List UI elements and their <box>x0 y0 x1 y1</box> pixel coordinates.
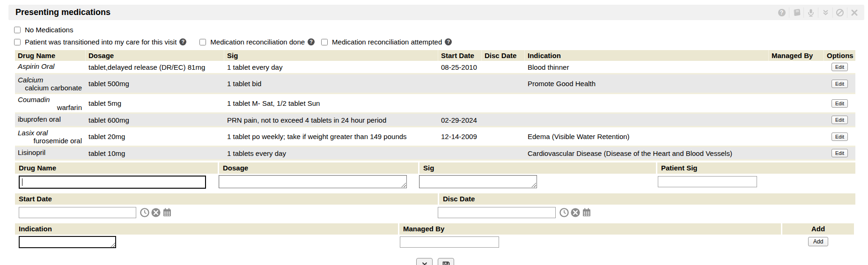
sig-form-label: Sig <box>419 162 656 174</box>
drug-name-input[interactable] <box>19 176 206 189</box>
table-row: Coumadin warfarin tablet 5mg 1 tablet M-… <box>15 94 855 114</box>
help-icon[interactable]: ? <box>179 38 186 45</box>
collapse-button[interactable] <box>416 258 433 265</box>
start-date-form-label: Start Date <box>15 193 438 205</box>
presenting-medications-panel: Presenting medications ? <box>0 5 868 265</box>
reconciliation-attempted-label: Medication reconciliation attempted <box>332 38 442 46</box>
floppy-disk-icon <box>442 261 450 265</box>
sig-input[interactable] <box>419 175 537 188</box>
no-medications-checkbox[interactable] <box>14 27 21 33</box>
column-header-sig: Sig <box>224 50 438 61</box>
save-button[interactable] <box>438 258 454 265</box>
disc-date-cell <box>482 74 525 93</box>
dosage-form-label: Dosage <box>219 162 418 174</box>
start-date-cell <box>438 74 482 93</box>
table-row: Calcium calcium carbonate tablet 500mg 1… <box>15 74 855 94</box>
indication-cell: Blood thinner <box>525 61 769 73</box>
disc-date-cell <box>482 127 525 146</box>
clock-icon[interactable] <box>140 207 150 218</box>
disc-date-cell <box>482 114 525 126</box>
panel-toolbar: ? <box>774 5 861 20</box>
disc-date-cell <box>482 147 525 159</box>
medications-table: Drug Name Dosage Sig Start Date Disc Dat… <box>15 50 855 161</box>
collapse-icon[interactable] <box>818 7 832 18</box>
column-header-disc-date: Disc Date <box>482 50 525 61</box>
table-row: Lisinopril tablet 10mg 1 tablets every d… <box>15 147 855 161</box>
reconciliation-done-checkbox[interactable] <box>199 39 206 45</box>
transitioned-label: Patient was transitioned into my care fo… <box>25 38 177 46</box>
calendar-icon[interactable] <box>581 207 592 218</box>
patient-sig-form-label: Patient Sig <box>657 162 855 174</box>
column-header-indication: Indication <box>525 50 769 61</box>
book-icon[interactable] <box>789 7 803 18</box>
drug-generic-name: warfarin <box>18 103 83 111</box>
drug-generic-name: furosemide oral <box>18 137 83 145</box>
microphone-icon[interactable] <box>803 7 818 18</box>
drug-brand-name: Lisinopril <box>18 148 83 156</box>
calendar-icon[interactable] <box>162 207 172 218</box>
panel-header: Presenting medications ? <box>8 5 864 20</box>
indication-input[interactable] <box>19 236 116 248</box>
clock-icon[interactable] <box>559 207 569 218</box>
managed-by-input[interactable] <box>400 236 499 248</box>
start-date-cell: 02-29-2024 <box>438 114 482 126</box>
disc-date-cell <box>482 94 525 112</box>
patient-sig-input[interactable] <box>658 176 757 187</box>
managed-by-cell <box>769 74 824 93</box>
indication-cell: Promote Good Health <box>525 74 769 93</box>
column-header-options: Options <box>824 50 855 61</box>
indication-form-label: Indication <box>15 223 398 235</box>
dosage-cell: tablet 600mg <box>86 114 224 126</box>
drug-brand-name: ibuprofen oral <box>18 115 83 123</box>
reconciliation-attempted-option: Medication reconciliation attempted ? <box>321 38 452 46</box>
start-date-input[interactable] <box>19 207 136 218</box>
clear-icon[interactable] <box>570 207 581 218</box>
help-icon[interactable]: ? <box>308 38 315 45</box>
indication-cell <box>525 94 769 112</box>
edit-button[interactable]: Edit <box>831 132 848 141</box>
column-header-start-date: Start Date <box>438 50 482 61</box>
dosage-cell: tablet 20mg <box>86 127 224 146</box>
edit-button[interactable]: Edit <box>831 80 848 88</box>
disc-date-input[interactable] <box>438 207 556 218</box>
close-icon[interactable] <box>847 7 861 18</box>
managed-by-form-label: Managed By <box>399 223 781 235</box>
add-medication-form: Drug Name Dosage Sig Patient Sig Start D… <box>15 162 855 250</box>
managed-by-cell <box>769 61 824 73</box>
page-title: Presenting medications <box>15 7 110 17</box>
dosage-cell: tablet 500mg <box>86 74 224 93</box>
start-date-cell <box>438 94 482 112</box>
edit-button[interactable]: Edit <box>831 149 848 157</box>
drug-generic-name: calcium carbonate <box>18 84 83 92</box>
dosage-cell: tablet 10mg <box>86 147 224 159</box>
drug-brand-name: Lasix oral <box>18 129 83 137</box>
sig-cell: 1 tablet bid <box>224 74 438 93</box>
help-icon[interactable]: ? <box>445 38 452 45</box>
no-medications-option: No Medications <box>14 26 73 34</box>
reconciliation-attempted-checkbox[interactable] <box>321 39 328 45</box>
add-form-label: Add <box>782 223 854 235</box>
dosage-cell: tablet 5mg <box>86 94 224 112</box>
sig-cell: 1 tablet po weekly; take if weight great… <box>224 127 438 146</box>
transitioned-checkbox[interactable] <box>14 39 21 45</box>
dosage-input[interactable] <box>219 175 407 188</box>
transitioned-option: Patient was transitioned into my care fo… <box>14 38 186 46</box>
edit-button[interactable]: Edit <box>831 99 848 108</box>
form-footer <box>15 258 855 265</box>
add-button[interactable]: Add <box>808 237 828 246</box>
checkbox-section: No Medications Patient was transitioned … <box>14 26 868 46</box>
dosage-cell: tablet,delayed release (DR/EC) 81mg <box>86 61 224 73</box>
edit-button[interactable]: Edit <box>831 116 848 124</box>
disc-date-form-label: Disc Date <box>439 193 855 205</box>
clear-icon[interactable] <box>151 207 161 218</box>
indication-cell <box>525 114 769 126</box>
drug-name-form-label: Drug Name <box>15 162 218 174</box>
edit-button[interactable]: Edit <box>831 63 848 71</box>
managed-by-cell <box>769 147 824 159</box>
disable-icon[interactable] <box>832 7 847 18</box>
no-medications-label: No Medications <box>25 26 73 34</box>
column-header-dosage: Dosage <box>86 50 224 61</box>
column-header-managed-by: Managed By <box>769 50 824 61</box>
help-icon[interactable]: ? <box>774 7 789 18</box>
sig-cell: 1 tablet every day <box>224 61 438 73</box>
